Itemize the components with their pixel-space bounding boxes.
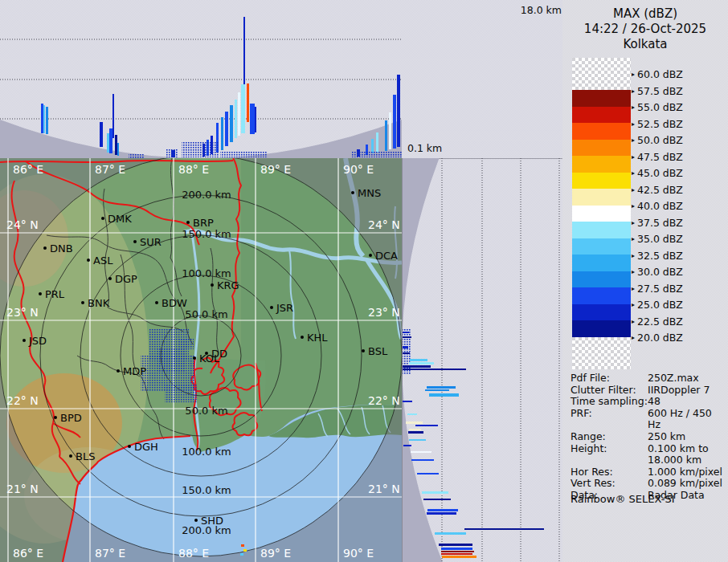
city-dot-JSD	[22, 339, 26, 342]
city-label-DNB: DNB	[50, 242, 73, 255]
echo-speckle-cluster	[352, 152, 402, 157]
city-label-BRP: BRP	[193, 217, 214, 229]
echo-side-bar	[442, 556, 476, 558]
city-label-SUR: SUR	[140, 236, 162, 248]
dbz-scale-label: ▸55.0 dBZ	[632, 101, 683, 113]
range-ring-label: 200.0 km	[182, 189, 231, 201]
echo-side-bar	[441, 551, 474, 552]
city-dot-KHL	[301, 336, 304, 339]
echo-top-bar	[235, 100, 237, 138]
city-dot-BPD	[54, 416, 57, 419]
scale-tick-arrow-icon: ▸	[632, 68, 635, 80]
echo-side-bar	[409, 429, 421, 430]
range-ring-label: 150.0 km	[182, 484, 231, 496]
info-value: 600 Hz / 450 Hz	[648, 408, 725, 431]
city-label-DGP: DGP	[115, 273, 137, 285]
echo-speckle-cluster	[182, 141, 219, 157]
echo-top-bar	[393, 95, 396, 149]
city-label-KOL: KOL	[199, 352, 220, 364]
echo-top-bar	[371, 139, 374, 153]
city-dot-ASL	[87, 259, 90, 262]
longitude-label: 86° E	[13, 547, 43, 560]
dbz-scale-label: ▸45.0 dBZ	[632, 167, 683, 179]
dbz-band	[572, 320, 631, 337]
city-label-BNK: BNK	[88, 297, 110, 309]
dbz-scale-label: ▸60.0 dBZ	[632, 68, 683, 80]
city-label-DCA: DCA	[375, 250, 398, 262]
city-label-ASL: ASL	[93, 255, 113, 267]
product-info-list: Pdf File:250Z.maxClutter Filter:IIRDoppl…	[571, 373, 725, 502]
city-dot-PRL	[39, 292, 42, 295]
echo-side-bar	[427, 386, 456, 389]
echo-side-bar	[423, 499, 451, 500]
echo-side-bar	[435, 532, 466, 535]
dbz-band	[572, 238, 631, 255]
dbz-scale-label: ▸57.5 dBZ	[632, 85, 683, 97]
scale-tick-arrow-icon: ▸	[632, 167, 635, 179]
dbz-scale-label: ▸30.0 dBZ	[632, 266, 683, 278]
echo-speck	[241, 544, 244, 547]
echo-speckle-cluster	[157, 348, 185, 372]
echo-side-bar	[402, 369, 466, 370]
city-label-BSL: BSL	[368, 345, 388, 357]
top-profile-echo-bars	[41, 17, 400, 157]
right-profile-gridlines	[442, 158, 559, 562]
info-label: Vert Res:	[571, 478, 648, 490]
dbz-band-column	[572, 58, 631, 369]
echo-side-bar	[422, 491, 448, 494]
longitude-label: 89° E	[260, 163, 291, 176]
city-dot-KRG	[211, 283, 214, 287]
city-dot-JSR	[270, 306, 273, 309]
scale-tick-arrow-icon: ▸	[632, 101, 635, 113]
echo-top-bar	[397, 75, 400, 147]
city-dot-MDP	[117, 369, 120, 373]
product-datetime: 14:22 / 26-Oct-2025	[562, 22, 728, 37]
city-label-JSR: JSR	[276, 302, 293, 314]
axis-max-height-label: 18.0 km	[521, 4, 562, 16]
echo-speck	[240, 553, 243, 556]
city-dot-BSL	[362, 349, 365, 352]
dbz-band	[572, 107, 631, 124]
echo-top-bar	[376, 132, 378, 153]
latitude-label: 21° N	[6, 483, 39, 495]
longitude-label: 89° E	[260, 547, 291, 560]
legend-panel: MAX (dBZ) 14:22 / 26-Oct-2025 Kolkata ▸6…	[562, 0, 728, 562]
info-label: Pdf File:	[571, 373, 648, 385]
city-dot-DGH	[128, 445, 131, 448]
city-label-BLS: BLS	[76, 450, 95, 462]
dbz-scale-label: ▸22.5 dBZ	[632, 316, 683, 328]
dbz-band	[572, 287, 631, 304]
range-ring-label: 100.0 km	[182, 446, 231, 458]
echo-side-bar	[411, 451, 431, 453]
info-value: 1.000 km/pixel	[648, 466, 725, 479]
scale-tick-arrow-icon: ▸	[632, 200, 635, 212]
echo-side-bar	[427, 509, 458, 511]
latitude-label: 24° N	[6, 218, 39, 231]
dbz-scale-label: ▸32.5 dBZ	[632, 250, 683, 262]
echo-side-bar	[429, 393, 459, 397]
city-label-SHD: SHD	[201, 515, 223, 527]
dbz-scale-label: ▸52.5 dBZ	[632, 118, 683, 130]
echo-side-bar	[402, 352, 410, 354]
city-label-BPD: BPD	[60, 412, 82, 424]
echo-top-bar	[255, 107, 256, 132]
info-value: 48	[648, 396, 725, 408]
city-dot-BNK	[81, 301, 84, 304]
echo-top-bar	[225, 112, 228, 146]
scale-tick-arrow-icon: ▸	[632, 332, 635, 344]
city-dot-DGP	[108, 277, 112, 280]
echo-side-bar	[441, 548, 472, 550]
dbz-scale-label: ▸50.0 dBZ	[632, 134, 683, 146]
echo-side-bar	[464, 528, 544, 530]
right-profile-plot	[402, 158, 562, 562]
longitude-label: 87° E	[95, 547, 125, 560]
dbz-scale-label: ▸37.5 dBZ	[632, 217, 683, 229]
info-value: IIRDoppler 7	[648, 385, 725, 397]
dbz-band	[572, 156, 631, 173]
echo-top-bar	[43, 105, 45, 133]
echo-side-bar	[402, 401, 412, 402]
scale-tick-arrow-icon: ▸	[632, 316, 635, 328]
echo-side-bar	[410, 359, 427, 361]
echo-side-bar	[408, 431, 423, 434]
city-dot-BDW	[155, 301, 158, 304]
